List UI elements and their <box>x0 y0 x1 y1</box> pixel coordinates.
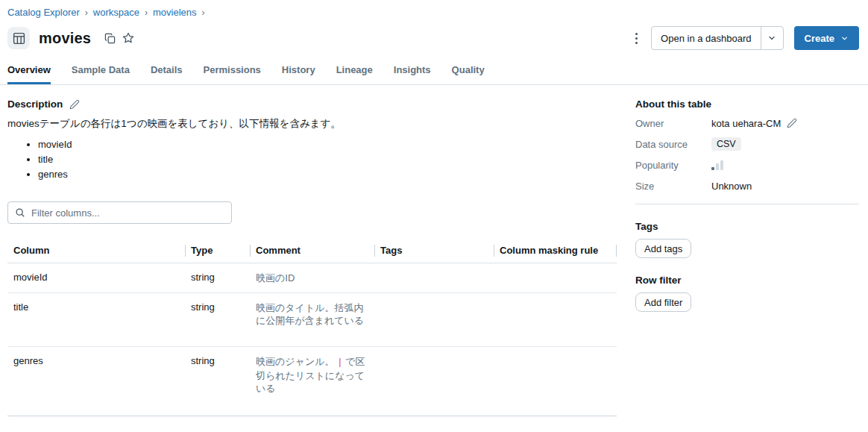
edit-owner-pencil-icon[interactable] <box>787 118 797 128</box>
filter-columns-box <box>7 201 232 224</box>
open-in-dashboard-split-button: Open in a dashboard <box>651 26 783 50</box>
about-table-heading: About this table <box>635 98 859 110</box>
create-button[interactable]: Create <box>794 26 859 50</box>
description-heading: Description <box>7 98 63 110</box>
page-header: Catalog Explorer › workspace › movielens… <box>0 0 868 51</box>
breadcrumb-separator: › <box>85 7 88 18</box>
open-in-dashboard-button[interactable]: Open in a dashboard <box>652 27 760 49</box>
tab-permissions[interactable]: Permissions <box>204 61 261 84</box>
popularity-bars-icon <box>711 160 723 170</box>
row-filter-heading: Row filter <box>635 275 859 286</box>
description-text: moviesテーブルの各行は1つの映画を表しており、以下情報を含みます。 <box>7 116 617 131</box>
tab-bar: Overview Sample Data Details Permissions… <box>0 61 868 85</box>
list-item: movieId <box>38 137 617 152</box>
column-comment[interactable]: 映画のタイトル。括弧内に公開年が含まれている <box>250 293 374 346</box>
open-in-dashboard-dropdown-button[interactable] <box>761 27 783 49</box>
column-masking-cell <box>494 293 617 346</box>
table-row-title: title string 映画のタイトル。括弧内に公開年が含まれている <box>7 293 617 347</box>
column-header-masking-rule: Column masking rule <box>494 239 617 263</box>
tab-history[interactable]: History <box>282 61 315 84</box>
copy-name-icon[interactable] <box>104 33 116 44</box>
column-header-column: Column <box>7 239 185 263</box>
breadcrumb: Catalog Explorer › workspace › movielens… <box>7 7 859 18</box>
column-masking-cell <box>494 263 617 292</box>
column-type: string <box>185 293 250 346</box>
column-name: movieId <box>7 263 185 292</box>
breadcrumb-link-movielens[interactable]: movielens <box>153 7 197 18</box>
kebab-menu-icon[interactable] <box>632 28 641 48</box>
owner-row: Owner kota uehara-CM <box>635 116 859 131</box>
sidebar-divider <box>635 204 859 204</box>
table-row-genres: genres string 映画のジャンル。 | で区切られたリストになっている <box>7 347 617 416</box>
column-masking-cell <box>494 347 617 416</box>
chevron-down-icon <box>767 34 776 43</box>
data-source-row: Data source CSV <box>635 137 859 151</box>
edit-description-pencil-icon[interactable] <box>69 99 80 110</box>
columns-table: Column Type Comment Tags Column masking … <box>7 239 617 416</box>
column-tags-cell[interactable] <box>374 347 494 416</box>
size-value: Unknown <box>711 181 752 192</box>
filter-columns-input[interactable] <box>31 207 224 219</box>
popularity-row: Popularity <box>635 157 859 172</box>
header-actions: Open in a dashboard Create <box>632 26 859 50</box>
table-entity-icon-box <box>7 27 30 49</box>
column-tags-cell[interactable] <box>374 263 494 292</box>
tab-lineage[interactable]: Lineage <box>336 61 373 84</box>
content: Description moviesテーブルの各行は1つの映画を表しており、以下… <box>0 85 868 416</box>
breadcrumb-separator: › <box>145 7 148 18</box>
size-row: Size Unknown <box>635 178 859 193</box>
title-row: movies Open in a dashboard <box>7 25 859 51</box>
search-icon <box>15 207 25 218</box>
add-filter-button[interactable]: Add filter <box>635 292 691 312</box>
page-title: movies <box>39 30 91 47</box>
list-item: genres <box>38 167 617 182</box>
table-row-movieid: movieId string 映画のID <box>7 263 617 293</box>
chevron-down-icon <box>840 34 849 43</box>
column-header-tags: Tags <box>374 239 494 263</box>
description-heading-row: Description <box>7 98 617 110</box>
column-name: title <box>7 293 185 346</box>
popularity-label: Popularity <box>635 160 711 171</box>
tab-quality[interactable]: Quality <box>452 61 485 84</box>
tab-insights[interactable]: Insights <box>394 61 431 84</box>
breadcrumb-link-catalog-explorer[interactable]: Catalog Explorer <box>7 7 80 18</box>
tags-heading: Tags <box>635 221 859 232</box>
comment-text: 映画のジャンル。 <box>256 356 337 367</box>
owner-label: Owner <box>635 118 711 129</box>
column-header-type: Type <box>185 239 250 263</box>
breadcrumb-separator: › <box>202 7 205 18</box>
tab-overview[interactable]: Overview <box>7 61 51 84</box>
favorite-star-icon[interactable] <box>122 31 135 45</box>
column-name: genres <box>7 347 185 416</box>
owner-value: kota uehara-CM <box>711 118 781 129</box>
column-type: string <box>185 263 250 292</box>
data-source-label: Data source <box>635 139 711 150</box>
column-comment[interactable]: 映画のID <box>250 263 374 292</box>
column-header-comment: Comment <box>250 239 374 263</box>
list-item: title <box>38 152 617 167</box>
main-column: Description moviesテーブルの各行は1つの映画を表しており、以下… <box>7 98 617 416</box>
create-button-label: Create <box>805 33 834 44</box>
column-comment[interactable]: 映画のジャンル。 | で区切られたリストになっている <box>250 347 374 416</box>
description-bullet-list: movieId title genres <box>7 137 617 182</box>
column-tags-cell[interactable] <box>374 293 494 346</box>
size-label: Size <box>635 181 711 192</box>
add-tags-button[interactable]: Add tags <box>635 239 691 258</box>
table-icon <box>13 32 25 45</box>
columns-table-header: Column Type Comment Tags Column masking … <box>7 239 617 263</box>
breadcrumb-link-workspace[interactable]: workspace <box>93 7 139 18</box>
tab-details[interactable]: Details <box>151 61 183 84</box>
column-type: string <box>185 347 250 416</box>
tab-sample-data[interactable]: Sample Data <box>72 61 130 84</box>
data-source-badge: CSV <box>711 137 741 151</box>
sidebar: About this table Owner kota uehara-CM Da… <box>635 98 859 416</box>
